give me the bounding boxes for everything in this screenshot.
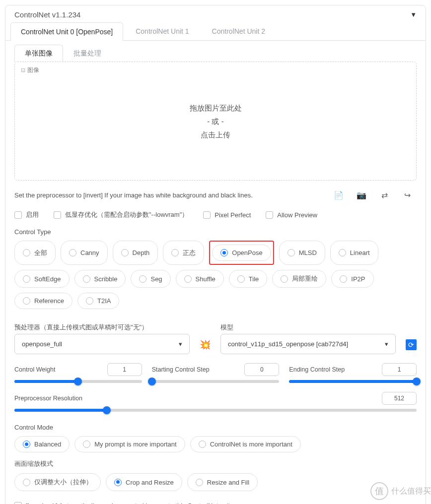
radio-scribble[interactable]: Scribble bbox=[74, 270, 126, 288]
panel-header: ControlNet v1.1.234 ▼ bbox=[5, 5, 426, 22]
radio-balanced[interactable]: Balanced bbox=[14, 436, 70, 452]
resize-mode-label: 画面缩放模式 bbox=[14, 459, 417, 468]
swap-icon[interactable]: ⇄ bbox=[380, 190, 389, 199]
radio-tile[interactable]: Tile bbox=[229, 270, 267, 288]
refresh-icon[interactable]: ⟳ bbox=[406, 339, 417, 350]
radio-softedge[interactable]: SoftEdge bbox=[14, 270, 70, 288]
preprocessor-resolution-label: Preprocessor Resolution bbox=[14, 395, 82, 402]
control-weight-slider[interactable] bbox=[14, 380, 142, 383]
lowvram-checkbox[interactable]: 低显存优化（需配合启动参数"--lowvram"） bbox=[54, 210, 188, 219]
dropzone-line3: 点击上传 bbox=[190, 128, 242, 141]
radio-canny[interactable]: Canny bbox=[61, 241, 108, 265]
enable-checkbox[interactable]: 启用 bbox=[14, 210, 39, 219]
loopback-checkbox[interactable]: [Loopback] Automatically send generated … bbox=[14, 502, 417, 504]
radio--[interactable]: 全部 bbox=[14, 241, 56, 265]
slider-row-1: Control Weight Starting Control Step bbox=[14, 363, 417, 383]
tab-single-image[interactable]: 单张图像 bbox=[14, 45, 63, 62]
tab-batch[interactable]: 批量处理 bbox=[63, 45, 112, 62]
checkbox-row: 启用 低显存优化（需配合启动参数"--lowvram"） Pixel Perfe… bbox=[14, 210, 417, 219]
hint-text: Set the preprocessor to [invert] If your… bbox=[14, 191, 253, 199]
radio-lineart[interactable]: Lineart bbox=[330, 241, 378, 265]
panel-title: ControlNet v1.1.234 bbox=[14, 10, 80, 19]
radio-t2ia[interactable]: T2IA bbox=[77, 293, 119, 309]
icon-bar: 📄 📷 ⇄ ↪ bbox=[334, 190, 417, 199]
preprocessor-label: 预处理器（直接上传模式图或草稿时可选"无"） bbox=[14, 323, 190, 332]
radio--[interactable]: 正态 bbox=[163, 241, 204, 265]
ending-step-group: Ending Control Step bbox=[289, 363, 417, 383]
ending-step-slider[interactable] bbox=[289, 380, 417, 383]
dropzone-text: 拖放图片至此处 - 或 - 点击上传 bbox=[190, 101, 242, 141]
unit-tabs: ControlNet Unit 0 [OpenPose] ControlNet … bbox=[5, 22, 426, 41]
model-select[interactable]: control_v11p_sd15_openpose [cab727d4] ▾ bbox=[220, 334, 396, 354]
radio-controlnet-is-more-important[interactable]: ControlNet is more important bbox=[190, 436, 301, 452]
send-icon[interactable]: ↪ bbox=[403, 190, 412, 199]
radio-openpose[interactable]: OpenPose bbox=[212, 245, 271, 261]
control-type-radios: 全部CannyDepth正态OpenPoseMLSDLineartSoftEdg… bbox=[14, 241, 417, 309]
mode-tabs: 单张图像 批量处理 bbox=[5, 41, 426, 62]
chevron-down-icon: ▾ bbox=[179, 340, 182, 348]
control-mode-label: Control Mode bbox=[14, 424, 417, 431]
chevron-down-icon: ▾ bbox=[385, 340, 388, 348]
allow-preview-checkbox[interactable]: Allow Preview bbox=[266, 210, 317, 219]
radio-depth[interactable]: Depth bbox=[113, 241, 158, 265]
control-type-label: Control Type bbox=[14, 228, 417, 236]
radio-ip2p[interactable]: IP2P bbox=[331, 270, 373, 288]
radio-crop-and-resize[interactable]: Crop and Resize bbox=[106, 473, 182, 491]
starting-step-label: Starting Control Step bbox=[152, 366, 210, 373]
preprocessor-row: 预处理器（直接上传模式图或草稿时可选"无"） openpose_full ▾ 💥… bbox=[14, 316, 417, 354]
explode-icon[interactable]: 💥 bbox=[200, 340, 211, 350]
radio-my-prompt-is-more-important[interactable]: My prompt is more important bbox=[74, 436, 185, 452]
radio-reference[interactable]: Reference bbox=[14, 293, 72, 309]
camera-icon[interactable]: 📷 bbox=[357, 190, 366, 199]
dropzone-label: 图像 bbox=[21, 66, 39, 74]
highlight-box: OpenPose bbox=[209, 241, 274, 265]
panel-content: 图像 拖放图片至此处 - 或 - 点击上传 Set the preprocess… bbox=[5, 62, 426, 504]
preprocessor-resolution-slider[interactable] bbox=[14, 409, 417, 412]
starting-step-slider[interactable] bbox=[152, 380, 280, 383]
ending-step-label: Ending Control Step bbox=[289, 366, 345, 373]
ending-step-input[interactable] bbox=[382, 363, 417, 376]
preprocessor-resolution-input[interactable] bbox=[382, 392, 417, 405]
control-weight-group: Control Weight bbox=[14, 363, 142, 383]
radio-seg[interactable]: Seg bbox=[131, 270, 170, 288]
model-label: 模型 bbox=[220, 323, 396, 332]
radio-mlsd[interactable]: MLSD bbox=[279, 241, 325, 265]
dropzone-line1: 拖放图片至此处 bbox=[190, 101, 242, 115]
starting-step-group: Starting Control Step bbox=[152, 363, 280, 383]
radio--[interactable]: 仅调整大小（拉伸） bbox=[14, 473, 101, 491]
radio-shuffle[interactable]: Shuffle bbox=[176, 270, 224, 288]
tab-unit-1[interactable]: ControlNet Unit 1 bbox=[125, 22, 199, 40]
starting-step-input[interactable] bbox=[244, 363, 279, 376]
control-weight-input[interactable] bbox=[107, 363, 142, 376]
controlnet-panel: ControlNet v1.1.234 ▼ ControlNet Unit 0 … bbox=[5, 5, 426, 504]
resize-mode-radios: 仅调整大小（拉伸）Crop and ResizeResize and Fill bbox=[14, 473, 417, 491]
dropzone-line2: - 或 - bbox=[190, 115, 242, 128]
control-mode-radios: BalancedMy prompt is more importantContr… bbox=[14, 436, 417, 452]
radio--[interactable]: 局部重绘 bbox=[272, 270, 326, 288]
image-dropzone[interactable]: 图像 拖放图片至此处 - 或 - 点击上传 bbox=[14, 62, 417, 181]
tab-unit-2[interactable]: ControlNet Unit 2 bbox=[202, 22, 276, 40]
radio-resize-and-fill[interactable]: Resize and Fill bbox=[187, 473, 258, 491]
preprocessor-resolution-group: Preprocessor Resolution bbox=[14, 392, 417, 412]
hint-row: Set the preprocessor to [invert] If your… bbox=[14, 190, 417, 199]
document-icon[interactable]: 📄 bbox=[334, 190, 343, 199]
pixel-perfect-checkbox[interactable]: Pixel Perfect bbox=[203, 210, 251, 219]
control-weight-label: Control Weight bbox=[14, 366, 55, 373]
collapse-icon[interactable]: ▼ bbox=[410, 11, 417, 18]
tab-unit-0[interactable]: ControlNet Unit 0 [OpenPose] bbox=[10, 22, 123, 41]
preprocessor-select[interactable]: openpose_full ▾ bbox=[14, 334, 190, 354]
